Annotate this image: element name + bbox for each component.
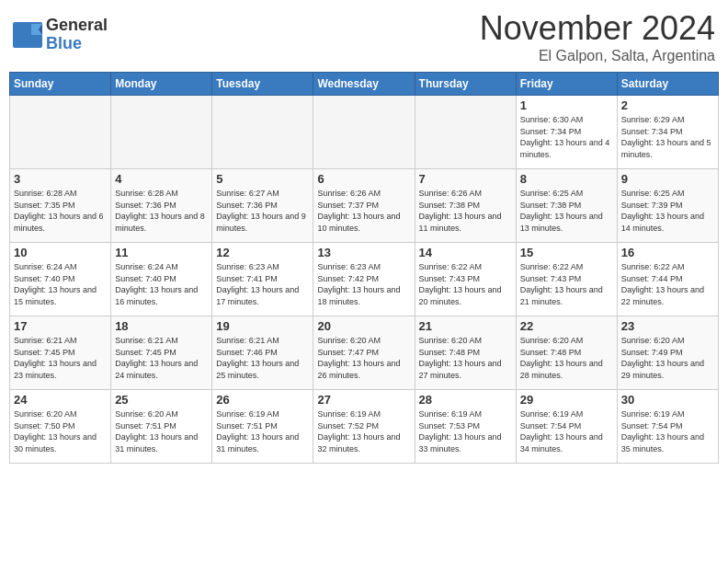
- day-number: 7: [419, 172, 512, 186]
- week-row-1: 1Sunrise: 6:30 AMSunset: 7:34 PMDaylight…: [10, 96, 719, 169]
- day-info: Sunrise: 6:20 AMSunset: 7:48 PMDaylight:…: [520, 335, 613, 381]
- calendar-cell: 30Sunrise: 6:19 AMSunset: 7:54 PMDayligh…: [617, 390, 718, 464]
- calendar-cell: 2Sunrise: 6:29 AMSunset: 7:34 PMDaylight…: [617, 96, 718, 169]
- calendar-cell: [10, 96, 111, 169]
- day-info: Sunrise: 6:20 AMSunset: 7:48 PMDaylight:…: [419, 335, 512, 381]
- day-number: 11: [115, 246, 208, 259]
- day-number: 10: [14, 246, 107, 259]
- page-header: General Blue November 2024 El Galpon, Sa…: [9, 9, 719, 64]
- calendar-cell: 21Sunrise: 6:20 AMSunset: 7:48 PMDayligh…: [415, 316, 516, 390]
- day-number: 15: [520, 246, 613, 259]
- calendar-cell: 15Sunrise: 6:22 AMSunset: 7:43 PMDayligh…: [516, 243, 617, 316]
- month-title: November 2024: [480, 9, 715, 48]
- calendar-cell: 17Sunrise: 6:21 AMSunset: 7:45 PMDayligh…: [10, 316, 111, 390]
- calendar-cell: 24Sunrise: 6:20 AMSunset: 7:50 PMDayligh…: [10, 390, 111, 464]
- calendar-cell: 4Sunrise: 6:28 AMSunset: 7:36 PMDaylight…: [111, 169, 212, 243]
- calendar-cell: 27Sunrise: 6:19 AMSunset: 7:52 PMDayligh…: [313, 390, 415, 464]
- day-number: 3: [14, 172, 107, 186]
- day-number: 12: [216, 246, 309, 259]
- day-number: 2: [621, 98, 714, 112]
- day-number: 21: [419, 319, 512, 333]
- day-info: Sunrise: 6:28 AMSunset: 7:36 PMDaylight:…: [115, 188, 208, 234]
- day-number: 5: [216, 172, 309, 186]
- calendar-cell: 20Sunrise: 6:20 AMSunset: 7:47 PMDayligh…: [313, 316, 415, 390]
- weekday-header-saturday: Saturday: [617, 73, 718, 96]
- day-number: 24: [14, 393, 107, 407]
- day-number: 19: [216, 319, 309, 333]
- calendar-cell: 25Sunrise: 6:20 AMSunset: 7:51 PMDayligh…: [111, 390, 212, 464]
- week-row-5: 24Sunrise: 6:20 AMSunset: 7:50 PMDayligh…: [10, 390, 719, 464]
- week-row-3: 10Sunrise: 6:24 AMSunset: 7:40 PMDayligh…: [10, 243, 719, 316]
- day-info: Sunrise: 6:23 AMSunset: 7:41 PMDaylight:…: [216, 261, 309, 307]
- week-row-4: 17Sunrise: 6:21 AMSunset: 7:45 PMDayligh…: [10, 316, 719, 390]
- day-info: Sunrise: 6:20 AMSunset: 7:47 PMDaylight:…: [317, 335, 410, 381]
- day-number: 16: [621, 246, 714, 259]
- day-number: 20: [317, 319, 410, 333]
- day-number: 4: [115, 172, 208, 186]
- weekday-header-tuesday: Tuesday: [212, 73, 313, 96]
- day-info: Sunrise: 6:27 AMSunset: 7:36 PMDaylight:…: [216, 188, 309, 234]
- day-number: 26: [216, 393, 309, 407]
- weekday-header-wednesday: Wednesday: [313, 73, 415, 96]
- day-info: Sunrise: 6:21 AMSunset: 7:46 PMDaylight:…: [216, 335, 309, 381]
- calendar-cell: 29Sunrise: 6:19 AMSunset: 7:54 PMDayligh…: [516, 390, 617, 464]
- day-number: 22: [520, 319, 613, 333]
- calendar-cell: 10Sunrise: 6:24 AMSunset: 7:40 PMDayligh…: [10, 243, 111, 316]
- calendar-cell: [415, 96, 516, 169]
- weekday-header-thursday: Thursday: [415, 73, 516, 96]
- day-info: Sunrise: 6:19 AMSunset: 7:53 PMDaylight:…: [419, 408, 512, 454]
- day-info: Sunrise: 6:25 AMSunset: 7:38 PMDaylight:…: [520, 188, 613, 234]
- day-number: 28: [419, 393, 512, 407]
- day-info: Sunrise: 6:19 AMSunset: 7:51 PMDaylight:…: [216, 408, 309, 454]
- day-info: Sunrise: 6:22 AMSunset: 7:44 PMDaylight:…: [621, 261, 714, 307]
- day-info: Sunrise: 6:26 AMSunset: 7:38 PMDaylight:…: [419, 188, 512, 234]
- day-info: Sunrise: 6:25 AMSunset: 7:39 PMDaylight:…: [621, 188, 714, 234]
- day-info: Sunrise: 6:24 AMSunset: 7:40 PMDaylight:…: [115, 261, 208, 307]
- day-number: 9: [621, 172, 714, 186]
- weekday-header-friday: Friday: [516, 73, 617, 96]
- logo-general-text: General: [46, 17, 108, 35]
- day-info: Sunrise: 6:28 AMSunset: 7:35 PMDaylight:…: [14, 188, 107, 234]
- day-number: 8: [520, 172, 613, 186]
- calendar-cell: 14Sunrise: 6:22 AMSunset: 7:43 PMDayligh…: [415, 243, 516, 316]
- day-info: Sunrise: 6:21 AMSunset: 7:45 PMDaylight:…: [115, 335, 208, 381]
- calendar-cell: 22Sunrise: 6:20 AMSunset: 7:48 PMDayligh…: [516, 316, 617, 390]
- logo-blue-text: Blue: [46, 35, 108, 53]
- calendar-cell: 8Sunrise: 6:25 AMSunset: 7:38 PMDaylight…: [516, 169, 617, 243]
- day-number: 18: [115, 319, 208, 333]
- calendar-cell: [111, 96, 212, 169]
- day-info: Sunrise: 6:19 AMSunset: 7:54 PMDaylight:…: [520, 408, 613, 454]
- calendar-cell: 6Sunrise: 6:26 AMSunset: 7:37 PMDaylight…: [313, 169, 415, 243]
- calendar-cell: 26Sunrise: 6:19 AMSunset: 7:51 PMDayligh…: [212, 390, 313, 464]
- logo-icon: [13, 22, 42, 48]
- day-info: Sunrise: 6:26 AMSunset: 7:37 PMDaylight:…: [317, 188, 410, 234]
- day-number: 6: [317, 172, 410, 186]
- day-info: Sunrise: 6:29 AMSunset: 7:34 PMDaylight:…: [621, 114, 714, 160]
- day-number: 1: [520, 98, 613, 112]
- logo-text: General Blue: [46, 17, 108, 53]
- day-number: 25: [115, 393, 208, 407]
- calendar-cell: 9Sunrise: 6:25 AMSunset: 7:39 PMDaylight…: [617, 169, 718, 243]
- calendar-cell: 19Sunrise: 6:21 AMSunset: 7:46 PMDayligh…: [212, 316, 313, 390]
- calendar-cell: 28Sunrise: 6:19 AMSunset: 7:53 PMDayligh…: [415, 390, 516, 464]
- calendar-cell: 18Sunrise: 6:21 AMSunset: 7:45 PMDayligh…: [111, 316, 212, 390]
- day-number: 14: [419, 246, 512, 259]
- calendar-cell: 16Sunrise: 6:22 AMSunset: 7:44 PMDayligh…: [617, 243, 718, 316]
- calendar-cell: 13Sunrise: 6:23 AMSunset: 7:42 PMDayligh…: [313, 243, 415, 316]
- calendar-cell: 12Sunrise: 6:23 AMSunset: 7:41 PMDayligh…: [212, 243, 313, 316]
- weekday-header-row: SundayMondayTuesdayWednesdayThursdayFrid…: [10, 73, 719, 96]
- day-number: 27: [317, 393, 410, 407]
- calendar-cell: 1Sunrise: 6:30 AMSunset: 7:34 PMDaylight…: [516, 96, 617, 169]
- calendar-table: SundayMondayTuesdayWednesdayThursdayFrid…: [9, 72, 719, 464]
- day-number: 29: [520, 393, 613, 407]
- calendar-cell: [313, 96, 415, 169]
- day-info: Sunrise: 6:19 AMSunset: 7:54 PMDaylight:…: [621, 408, 714, 454]
- calendar-cell: 23Sunrise: 6:20 AMSunset: 7:49 PMDayligh…: [617, 316, 718, 390]
- calendar-cell: [212, 96, 313, 169]
- calendar-cell: 5Sunrise: 6:27 AMSunset: 7:36 PMDaylight…: [212, 169, 313, 243]
- day-number: 23: [621, 319, 714, 333]
- logo: General Blue: [13, 17, 108, 53]
- day-info: Sunrise: 6:21 AMSunset: 7:45 PMDaylight:…: [14, 335, 107, 381]
- day-info: Sunrise: 6:20 AMSunset: 7:49 PMDaylight:…: [621, 335, 714, 381]
- day-info: Sunrise: 6:20 AMSunset: 7:50 PMDaylight:…: [14, 408, 107, 454]
